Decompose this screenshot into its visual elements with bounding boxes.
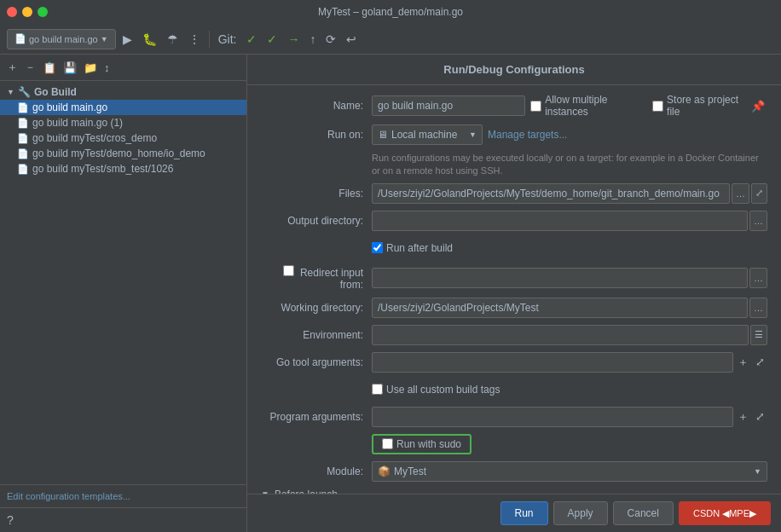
program-args-expand-button[interactable]: ⤢ — [753, 408, 767, 425]
program-args-input[interactable] — [372, 407, 733, 427]
file-icon: 📄 — [14, 33, 26, 44]
custom-build-tags-row: Use all custom build tags — [372, 379, 767, 400]
run-button[interactable]: Run — [500, 501, 548, 525]
edit-templates-link[interactable]: Edit configuration templates... — [7, 491, 130, 501]
files-input[interactable] — [372, 183, 730, 204]
working-dir-input[interactable] — [372, 298, 748, 318]
config-tree: ▼ 🔧 Go Build 📄 go build main.go 📄 go bui… — [0, 81, 246, 484]
csdn-button[interactable]: CSDN ◀MPE▶ — [679, 501, 771, 525]
cancel-button[interactable]: Cancel — [613, 501, 674, 525]
module-label: Module: — [261, 466, 372, 477]
sidebar-group-go-build[interactable]: ▼ 🔧 Go Build — [0, 84, 246, 100]
run-on-dropdown[interactable]: 🖥 Local machine ▼ — [372, 124, 483, 145]
go-build-group-icon: 🔧 — [18, 86, 31, 98]
toolbar: 📄 go build main.go ▼ ▶ 🐛 ☂ ⋮ Git: ✓ ✓ → … — [0, 24, 781, 55]
debug-button[interactable]: 🐛 — [139, 31, 160, 48]
name-input[interactable] — [372, 95, 525, 116]
redirect-input-field[interactable] — [372, 268, 748, 288]
run-on-label: Run on: — [261, 129, 372, 141]
git-undo[interactable]: ↩ — [343, 31, 360, 48]
git-history[interactable]: ⟳ — [322, 31, 339, 48]
custom-build-tags-checkbox[interactable] — [372, 384, 383, 395]
run-button[interactable]: ▶ — [119, 31, 136, 48]
files-expand-button[interactable]: ⤢ — [751, 183, 767, 204]
go-tool-args-expand-button[interactable]: ⤢ — [753, 354, 767, 370]
sort-config-button[interactable]: ↕ — [102, 60, 112, 76]
program-args-label: Program arguments: — [261, 411, 372, 423]
main-content: ＋ － 📋 💾 📁 ↕ ▼ 🔧 Go Build 📄 go build main… — [0, 55, 781, 532]
redirect-browse-button[interactable]: … — [749, 268, 767, 288]
manage-targets-link[interactable]: Manage targets... — [488, 129, 567, 141]
file-icon: 📄 — [17, 133, 29, 144]
files-browse-button[interactable]: … — [732, 183, 749, 204]
run-on-hint: Run configurations may be executed local… — [372, 152, 767, 178]
sidebar-item-0[interactable]: 📄 go build main.go — [0, 100, 246, 115]
module-row: Module: 📦 MyTest ▼ — [261, 461, 767, 482]
more-run-button[interactable]: ⋮ — [185, 31, 204, 48]
output-dir-browse-button[interactable]: … — [749, 211, 767, 231]
file-icon: 📄 — [17, 164, 29, 175]
redirect-input-checkbox[interactable] — [283, 265, 294, 276]
chevron-down-icon: ▼ — [101, 35, 108, 43]
local-machine-icon: 🖥 — [378, 129, 388, 141]
module-icon: 📦 — [378, 466, 390, 477]
pin-button[interactable]: 📌 — [749, 98, 767, 114]
sidebar-item-1[interactable]: 📄 go build main.go (1) — [0, 115, 246, 130]
store-project-checkbox[interactable] — [652, 101, 663, 112]
chevron-down-icon: ▼ — [7, 88, 14, 96]
sidebar-item-3[interactable]: 📄 go build myTest/demo_home/io_demo — [0, 146, 246, 161]
sidebar-footer: Edit configuration templates... — [0, 484, 246, 507]
run-with-sudo-checkbox[interactable] — [382, 438, 393, 449]
git-push[interactable]: → — [284, 31, 303, 48]
remove-config-button[interactable]: － — [23, 58, 38, 77]
go-tool-args-add-button[interactable]: ＋ — [735, 353, 751, 372]
working-dir-row: Working directory: … — [261, 298, 767, 318]
minimize-button[interactable] — [22, 7, 32, 17]
copy-config-button[interactable]: 📋 — [41, 60, 58, 76]
sidebar-toolbar: ＋ － 📋 💾 📁 ↕ — [0, 55, 246, 81]
working-dir-control: … — [372, 298, 767, 318]
output-dir-row: Output directory: … — [261, 211, 767, 231]
program-args-control: ＋ ⤢ — [372, 407, 767, 427]
files-label: Files: — [261, 188, 372, 200]
run-with-sudo-box[interactable]: Run with sudo — [372, 434, 471, 454]
apply-button[interactable]: Apply — [553, 501, 608, 525]
store-project-label[interactable]: Store as project file — [652, 94, 743, 118]
environment-input[interactable] — [372, 325, 749, 345]
git-checkmark[interactable]: ✓ — [243, 31, 260, 48]
files-row: Files: … ⤢ — [261, 183, 767, 204]
allow-multiple-checkbox[interactable] — [530, 101, 541, 112]
program-args-row: Program arguments: ＋ ⤢ — [261, 407, 767, 427]
dialog-title: Run/Debug Configurations — [247, 55, 781, 85]
config-selector[interactable]: 📄 go build main.go ▼ — [7, 29, 116, 49]
close-button[interactable] — [7, 7, 17, 17]
help-button[interactable]: ? — [0, 507, 246, 532]
save-config-button[interactable]: 💾 — [61, 60, 78, 76]
working-dir-label: Working directory: — [261, 302, 372, 314]
maximize-button[interactable] — [38, 7, 48, 17]
redirect-input-label[interactable]: Redirect input from: — [261, 265, 372, 291]
folder-config-button[interactable]: 📁 — [82, 60, 99, 76]
git-revert[interactable]: ↑ — [306, 31, 319, 48]
go-tool-args-input[interactable] — [372, 352, 733, 373]
file-icon: 📄 — [17, 118, 29, 129]
add-config-button[interactable]: ＋ — [5, 58, 20, 77]
git-update[interactable]: ✓ — [263, 31, 281, 48]
allow-multiple-label[interactable]: Allow multiple instances — [530, 94, 640, 118]
sidebar: ＋ － 📋 💾 📁 ↕ ▼ 🔧 Go Build 📄 go build main… — [0, 55, 247, 532]
sidebar-item-4[interactable]: 📄 go build myTest/smb_test/1026 — [0, 161, 246, 176]
environment-browse-button[interactable]: ☰ — [750, 325, 767, 345]
module-dropdown[interactable]: 📦 MyTest ▼ — [372, 461, 767, 482]
name-label: Name: — [261, 100, 372, 112]
coverage-button[interactable]: ☂ — [164, 31, 182, 48]
working-dir-browse-button[interactable]: … — [749, 298, 767, 318]
program-args-add-button[interactable]: ＋ — [735, 408, 751, 426]
run-after-build-checkbox[interactable] — [372, 242, 383, 253]
output-dir-label: Output directory: — [261, 215, 372, 227]
custom-build-tags-label[interactable]: Use all custom build tags — [372, 384, 500, 396]
redirect-input-row: Redirect input from: … — [261, 265, 767, 291]
run-after-build-label[interactable]: Run after build — [372, 242, 453, 254]
run-on-row: Run on: 🖥 Local machine ▼ Manage targets… — [261, 124, 767, 145]
sidebar-item-2[interactable]: 📄 go build myTest/cros_demo — [0, 130, 246, 146]
output-dir-input[interactable] — [372, 211, 748, 231]
